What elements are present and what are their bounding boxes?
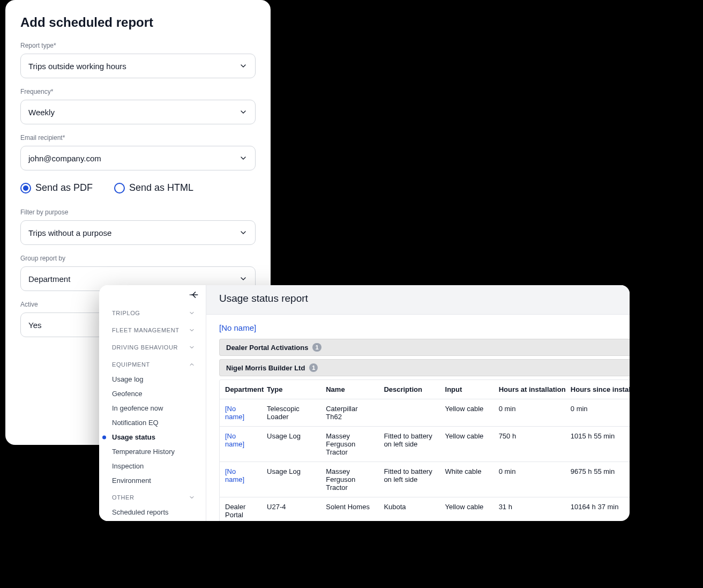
th-hours-since[interactable]: Hours since install xyxy=(565,380,630,399)
chevron-down-icon xyxy=(239,154,248,162)
no-name-link[interactable]: [No name] xyxy=(206,323,269,339)
cell-name: Massey Ferguson Tractor xyxy=(320,462,378,497)
select-value: Yes xyxy=(28,321,41,330)
back-arrow-icon[interactable] xyxy=(189,289,199,302)
chevron-down-icon xyxy=(239,108,248,116)
sidebar-section-other[interactable]: OTHER xyxy=(99,488,206,505)
cell-type: Usage Log xyxy=(261,427,320,462)
sidebar-item-in-geofence-now[interactable]: In geofence now xyxy=(99,401,206,415)
sidebar-item-label: Usage status xyxy=(112,433,155,441)
sidebar-item-label: Scheduled reports xyxy=(112,508,169,516)
chevron-down-icon xyxy=(239,62,248,70)
select-report-type[interactable]: Trips outside working hours xyxy=(20,54,256,78)
th-hours-install[interactable]: Hours at installation xyxy=(493,380,565,399)
field-label: Report type* xyxy=(20,42,256,49)
th-input[interactable]: Input xyxy=(440,380,493,399)
report-table-wrap: Department Type Name Description Input H… xyxy=(219,379,630,521)
th-department[interactable]: Department xyxy=(220,380,261,399)
group-row-dealer-portal-activations[interactable]: Dealer Portal Activations 1 xyxy=(219,339,630,356)
cell-name: Massey Ferguson Tractor xyxy=(320,427,378,462)
report-window: TRIPLOG FLEET MANAGEMENT DRIVING BEHAVIO… xyxy=(99,285,630,521)
radio-unchecked-icon xyxy=(114,183,125,193)
field-filter-purpose: Filter by purpose Trips without a purpos… xyxy=(20,209,256,245)
select-frequency[interactable]: Weekly xyxy=(20,100,256,124)
section-label: DRIVING BEHAVIOUR xyxy=(112,344,178,351)
sidebar-item-temperature-history[interactable]: Temperature History xyxy=(99,444,206,459)
field-label: Frequency* xyxy=(20,88,256,95)
table-row: [No name] Usage Log Massey Ferguson Trac… xyxy=(220,462,630,497)
select-filter-purpose[interactable]: Trips without a purpose xyxy=(20,220,256,245)
section-label: EQUIPMENT xyxy=(112,361,150,368)
count-badge: 1 xyxy=(312,343,321,352)
cell-name: Caterpillar Th62 xyxy=(320,399,378,427)
report-table: Department Type Name Description Input H… xyxy=(220,380,630,521)
sidebar-section-driving[interactable]: DRIVING BEHAVIOUR xyxy=(99,338,206,355)
radio-send-pdf[interactable]: Send as PDF xyxy=(20,182,93,193)
select-value: Trips without a purpose xyxy=(28,228,111,237)
radio-send-html[interactable]: Send as HTML xyxy=(114,182,193,193)
select-value: Trips outside working hours xyxy=(28,62,126,71)
sidebar-item-label: Inspection xyxy=(112,462,144,470)
report-header: Usage status report xyxy=(206,285,630,315)
chevron-down-icon xyxy=(239,274,248,283)
sidebar-item-scheduled-reports[interactable]: Scheduled reports xyxy=(99,505,206,519)
report-main: Usage status report [No name] Dealer Por… xyxy=(206,285,630,521)
select-value: Weekly xyxy=(28,108,55,117)
cell-type: Usage Log xyxy=(261,462,320,497)
select-value: john@company.com xyxy=(28,154,101,163)
cell-hours-since: 10164 h 37 min xyxy=(565,497,630,522)
form-title: Add scheduled report xyxy=(20,15,256,30)
group-label: Nigel Morris Builder Ltd xyxy=(226,364,305,372)
sidebar-section-triplog[interactable]: TRIPLOG xyxy=(99,303,206,321)
cell-description xyxy=(378,399,439,427)
sidebar-item-label: Environment xyxy=(112,477,151,485)
sidebar-item-notification-eq[interactable]: Notification EQ xyxy=(99,415,206,430)
field-label: Email recipient* xyxy=(20,134,256,142)
th-type[interactable]: Type xyxy=(261,380,320,399)
cell-description: Fitted to battery on left side xyxy=(378,462,439,497)
cell-description: Fitted to battery on left side xyxy=(378,427,439,462)
cell-description: Kubota xyxy=(378,497,439,522)
field-label: Filter by purpose xyxy=(20,209,256,216)
group-row-nigel-morris[interactable]: Nigel Morris Builder Ltd 1 xyxy=(219,359,630,376)
sidebar-item-label: Temperature History xyxy=(112,448,175,456)
sidebar-section-equipment[interactable]: EQUIPMENT xyxy=(99,355,206,372)
cell-hours-since: 9675 h 55 min xyxy=(565,462,630,497)
sidebar-item-inspection[interactable]: Inspection xyxy=(99,459,206,473)
sidebar-item-environment[interactable]: Environment xyxy=(99,473,206,488)
sidebar-item-label: Geofence xyxy=(112,390,142,398)
cell-input: Yellow cable xyxy=(440,399,493,427)
cell-department-link[interactable]: [No name] xyxy=(220,462,261,497)
cell-department: Dealer Portal xyxy=(220,497,261,522)
report-title: Usage status report xyxy=(219,293,619,304)
sidebar-section-fleet[interactable]: FLEET MANAGEMENT xyxy=(99,321,206,338)
cell-hours-since: 0 min xyxy=(565,399,630,427)
sidebar-item-usage-status[interactable]: Usage status xyxy=(99,430,206,444)
chevron-down-icon xyxy=(189,327,195,333)
section-label: FLEET MANAGEMENT xyxy=(112,327,180,333)
cell-input: White cable xyxy=(440,462,493,497)
cell-hours-install: 31 h xyxy=(493,497,565,522)
radio-label: Send as HTML xyxy=(129,182,193,193)
section-label: TRIPLOG xyxy=(112,310,140,316)
table-row: [No name] Usage Log Massey Ferguson Trac… xyxy=(220,427,630,462)
cell-hours-install: 0 min xyxy=(493,399,565,427)
sidebar-item-usage-log[interactable]: Usage log xyxy=(99,372,206,386)
radio-label: Send as PDF xyxy=(35,182,93,193)
th-name[interactable]: Name xyxy=(320,380,378,399)
field-label: Group report by xyxy=(20,255,256,262)
select-email-recipient[interactable]: john@company.com xyxy=(20,146,256,170)
th-description[interactable]: Description xyxy=(378,380,439,399)
sidebar-item-geofence[interactable]: Geofence xyxy=(99,386,206,401)
cell-department-link[interactable]: [No name] xyxy=(220,427,261,462)
count-badge: 1 xyxy=(309,363,318,372)
cell-department-link[interactable]: [No name] xyxy=(220,399,261,427)
table-row: Dealer Portal U27-4 Solent Homes Kubota … xyxy=(220,497,630,522)
chevron-down-icon xyxy=(189,344,195,351)
chevron-down-icon xyxy=(189,310,195,316)
format-radio-group: Send as PDF Send as HTML xyxy=(20,182,256,193)
table-row: [No name] Telescopic Loader Caterpillar … xyxy=(220,399,630,427)
field-frequency: Frequency* Weekly xyxy=(20,88,256,124)
cell-name: Solent Homes xyxy=(320,497,378,522)
sidebar-item-label: In geofence now xyxy=(112,404,163,412)
